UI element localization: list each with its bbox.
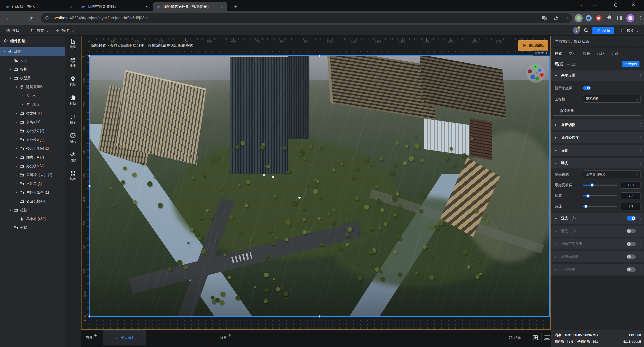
tree-item-公园椅（大） [2][interactable]: ▸公园椅（大） [2] [0, 170, 65, 179]
tree-expand-icon[interactable]: ▸ [15, 147, 18, 150]
tree-expand-icon[interactable]: ▸ [15, 182, 18, 185]
new-tab-button[interactable]: ＋ [232, 3, 239, 10]
section-运动模糊[interactable]: ▸运动模糊 [551, 264, 644, 275]
state-next-icon[interactable]: › [639, 39, 641, 44]
screen-tab[interactable]: 子大屏1 [103, 330, 146, 345]
exit-edit-button[interactable]: 退出编辑 [518, 40, 548, 51]
inspector-tab-数据[interactable]: 数据 [583, 48, 590, 59]
slider-track[interactable] [583, 185, 617, 186]
window-close-button[interactable]: ✕ [626, 0, 640, 10]
tab-close-icon[interactable]: ✕ [145, 5, 148, 9]
tab-close-icon[interactable]: ✕ [220, 5, 224, 9]
browser-menu-icon[interactable]: ⋮ [636, 14, 644, 22]
selection-tag[interactable]: 鲸孪生 ✛ [533, 51, 550, 56]
slider-track[interactable] [583, 206, 617, 207]
more-vert-icon[interactable] [640, 229, 641, 234]
selection-handle-bottom-center[interactable] [318, 315, 321, 318]
slider-value-input[interactable]: 3.9 [621, 203, 641, 210]
browser-tab[interactable]: 我的建筑底座B（视觉优先）✕ [153, 2, 227, 11]
section-泛光[interactable]: ▸泛光? [551, 213, 644, 224]
selection-handle-mid-left[interactable] [88, 185, 91, 187]
tree-expand-icon[interactable]: ▸ [21, 94, 24, 97]
tree-expand-icon[interactable]: ▸ [15, 112, 18, 115]
browser-tab[interactable]: 我的空白GIS项目✕ [77, 2, 151, 11]
orientation-gizmo[interactable]: Y Z X [526, 64, 545, 83]
extension-hexagon-icon[interactable] [595, 14, 603, 22]
more-vert-icon[interactable] [640, 122, 641, 127]
side-panel-icon[interactable] [616, 14, 624, 22]
toggle-泛光[interactable] [627, 216, 636, 221]
tree-expand-icon[interactable]: ▸ [15, 191, 18, 194]
search-icon[interactable] [583, 28, 589, 33]
browser-tab[interactable]: 山海鲸可视化✕ [2, 2, 76, 11]
site-info-icon[interactable]: ⓘ [45, 16, 49, 21]
tree-item-户外太阳伞 [11][interactable]: ▸户外太阳伞 [11] [0, 188, 65, 197]
more-vert-icon[interactable] [640, 135, 641, 140]
add-circle-icon[interactable]: ⊕ [228, 333, 231, 337]
menubar-item-操作[interactable]: 操作⌄ [53, 25, 76, 36]
fit-view-icon[interactable] [532, 334, 539, 341]
tutorial-button[interactable]: 查看教程 [622, 61, 639, 67]
state-value[interactable]: 默认状态 [574, 39, 589, 44]
more-vert-icon[interactable] [640, 267, 641, 272]
section-exposure[interactable]: ▾ 曝光 [551, 158, 644, 168]
more-vert-icon[interactable] [640, 254, 641, 259]
tree-expand-icon[interactable]: ▾ [9, 208, 12, 212]
strip-item-动效[interactable]: 动效 [65, 151, 81, 168]
tree-expand-icon[interactable]: ▸ [9, 68, 12, 71]
refresh-icon[interactable]: ⟳ [27, 15, 34, 22]
more-vert-icon[interactable] [640, 73, 641, 78]
tree-item-植被[interactable]: ▾植被 [0, 206, 65, 214]
more-vert-icon[interactable] [640, 242, 641, 246]
section-后期[interactable]: ▸后期 [551, 145, 644, 156]
slider-knob[interactable] [590, 183, 594, 187]
tree-item-场景[interactable]: ▾场景 [0, 47, 65, 56]
tree-expand-icon[interactable]: ▸ [15, 164, 18, 168]
tree-expand-icon[interactable]: ▸ [15, 156, 18, 159]
menubar-item-项目[interactable]: 项目⌄ [4, 25, 27, 36]
slider-track[interactable] [583, 195, 617, 196]
inspector-tab-更多[interactable]: 更多 [611, 48, 619, 59]
tree-item-公共卫生间 [2][interactable]: ▸公共卫生间 [2] [0, 144, 65, 153]
slider-knob[interactable] [584, 205, 588, 208]
selection-handle-top-center[interactable] [318, 55, 321, 57]
section-basic-settings[interactable]: ▾ 基本设置 [551, 70, 644, 81]
section-屏幕空间反射[interactable]: ▸屏幕空间反射 [551, 238, 644, 249]
preview-button[interactable]: 预览 ⌄ [618, 27, 642, 34]
tree-expand-icon[interactable]: ▸ [15, 120, 18, 124]
axis-toggle[interactable] [583, 86, 591, 90]
menubar-item-数据[interactable]: 数据⌄ [28, 25, 51, 36]
strip-item-材质[interactable]: 材质 [65, 95, 81, 111]
tree-expand-icon[interactable]: ▸ [15, 129, 18, 133]
inspector-tab-交互[interactable]: 交互 [569, 48, 576, 59]
more-vert-icon[interactable] [640, 216, 641, 221]
help-icon[interactable]: ? [572, 229, 576, 233]
window-maximize-button[interactable] [609, 0, 623, 10]
tree-item-矮房子A [7][interactable]: ▸矮房子A [7] [0, 153, 65, 162]
forward-icon[interactable]: → [16, 15, 23, 22]
tree-expand-icon[interactable]: ▸ [15, 173, 18, 177]
address-bar[interactable]: ⓘ localhost:42224/#/project/layer?projec… [41, 13, 572, 23]
tree-item-办公楼C [2][interactable]: ▸办公楼C [2] [0, 126, 65, 135]
extension-blue-icon[interactable] [585, 14, 593, 22]
tree-item-地面[interactable]: ▸▽地面 [0, 100, 65, 109]
inspector-tab-代码[interactable]: 代码 [597, 48, 605, 59]
tree-item-水[interactable]: ▸▽水 [0, 91, 65, 100]
tree-item-建筑底座B[interactable]: ▾建筑底座B [0, 82, 65, 91]
tree-item-办公楼b [4][interactable]: ▸办公楼b [4] [0, 135, 65, 144]
toggle-运动模糊[interactable] [627, 267, 636, 272]
tree-expand-icon[interactable]: ▾ [15, 85, 18, 89]
section-辉光[interactable]: ▸辉光? [551, 226, 644, 237]
user-avatar[interactable]: t [573, 27, 580, 34]
back-icon[interactable]: ← [5, 15, 12, 22]
background-tab[interactable]: 背景 ⊕ [217, 330, 234, 345]
browser-profile-avatar[interactable] [626, 14, 634, 22]
toggle-辉光[interactable] [627, 229, 636, 233]
camera-select[interactable]: 漫游相机 ⌄ [583, 95, 641, 103]
add-screen-button[interactable]: ＋ [205, 333, 213, 342]
strip-item-标绘[interactable]: 标绘 [65, 76, 81, 93]
shortcuts-keyboard-icon[interactable] [544, 335, 550, 340]
render-quality-section[interactable]: › 渲染质量 [553, 106, 641, 116]
slider-value-input[interactable]: 7.2 [621, 192, 641, 199]
3d-scene[interactable] [90, 56, 549, 316]
